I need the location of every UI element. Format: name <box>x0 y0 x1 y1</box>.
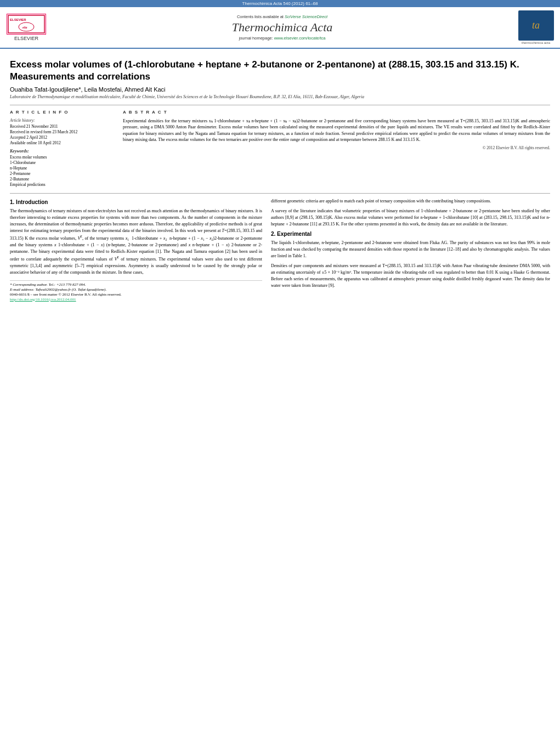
article-info-label: A R T I C L E I N F O <box>10 110 114 115</box>
history-received: Received 21 November 2011 <box>10 124 114 129</box>
footnote-1: E-mail address: Tafwali2002@yahoo.fr (O.… <box>10 287 262 292</box>
footnote-0: * Corresponding author. Tel.: +213 779 8… <box>10 282 262 287</box>
journal-title-block: Contents lists available at SciVerse Sci… <box>53 14 512 41</box>
footnote-3[interactable]: http://dx.doi.org/10.1016/j.tca.2012.04.… <box>10 297 262 302</box>
homepage-prefix: journal homepage: <box>239 36 274 41</box>
elsevier-logo-image: ELSEVIER ela <box>7 14 46 35</box>
author-names: Ouahiba Tafat-Igoudjilene*, Leila Mostef… <box>10 86 166 93</box>
keyword-0: Excess molar volumes <box>10 155 114 160</box>
journal-header: ELSEVIER ela ELSEVIER Contents lists ava… <box>0 7 560 49</box>
history-online: Available online 10 April 2012 <box>10 140 114 145</box>
abstract-col: A B S T R A C T Experimental densities f… <box>123 110 550 188</box>
ta-logo-block: ta thermochimica acta <box>516 10 556 44</box>
journal-name: Thermochimica Acta <box>53 20 512 35</box>
section2-para2: Densities of pure components and mixture… <box>271 263 550 289</box>
body-section: 1. Introduction The thermodynamics of te… <box>10 193 550 303</box>
section1-right-para2: A survey of the literature indicates tha… <box>271 208 550 228</box>
journal-citation: Thermochimica Acta 540 (2012) 61–68 <box>242 1 318 6</box>
affiliation: Laboratoire de Thermodynamique et modéli… <box>10 94 550 100</box>
svg-text:ela: ela <box>22 25 27 30</box>
section2-heading: 2. Experimental <box>271 231 550 237</box>
abstract-label: A B S T R A C T <box>123 110 550 115</box>
sciverse-link[interactable]: SciVerse ScienceDirect <box>285 14 327 19</box>
article-title: Excess molar volumes of (1-chlorobutane … <box>10 59 550 83</box>
keywords-label: Keywords: <box>10 149 114 154</box>
keyword-1: 1-Chlorobutane <box>10 160 114 165</box>
history-accepted: Accepted 2 April 2012 <box>10 135 114 140</box>
body-right-col: different geometric criteria are applied… <box>271 198 550 303</box>
copyright: © 2012 Elsevier B.V. All rights reserved… <box>123 145 550 150</box>
footnote-2: 0040-6031/$ – see front matter © 2012 El… <box>10 292 262 297</box>
journal-citation-bar: Thermochimica Acta 540 (2012) 61–68 <box>0 0 560 7</box>
homepage-link[interactable]: www.elsevier.com/locate/tca <box>274 36 326 41</box>
authors: Ouahiba Tafat-Igoudjilene*, Leila Mostef… <box>10 86 550 93</box>
section1-para1: The thermodynamics of ternary mixtures o… <box>10 208 262 276</box>
article-info-col: A R T I C L E I N F O Article history: R… <box>10 110 114 188</box>
sciverse-prefix: Contents lists available at <box>237 14 285 19</box>
abstract-text: Experimental densities for the ternary m… <box>123 118 550 143</box>
body-left-col: 1. Introduction The thermodynamics of te… <box>10 198 262 303</box>
main-content: Excess molar volumes of (1-chlorobutane … <box>0 49 560 307</box>
keyword-2: n-Heptane <box>10 166 114 171</box>
elsevier-label: ELSEVIER <box>14 36 38 41</box>
article-info-abstract-section: A R T I C L E I N F O Article history: R… <box>10 105 550 188</box>
ta-logo-text: ta <box>532 20 540 31</box>
keyword-4: 2-Butanone <box>10 177 114 182</box>
keyword-3: 2-Pentanone <box>10 171 114 176</box>
ta-logo-subtitle: thermochimica acta <box>522 41 550 44</box>
ta-logo: ta <box>518 10 554 41</box>
history-revised: Received in revised form 23 March 2012 <box>10 129 114 134</box>
keyword-5: Empirical predictions <box>10 182 114 187</box>
sciverse-line: Contents lists available at SciVerse Sci… <box>53 14 512 19</box>
svg-text:ELSEVIER: ELSEVIER <box>10 18 26 21</box>
elsevier-logo-block: ELSEVIER ela ELSEVIER <box>4 14 48 41</box>
journal-homepage: journal homepage: www.elsevier.com/locat… <box>53 36 512 41</box>
section1-right-para1: different geometric criteria are applied… <box>271 198 550 205</box>
history-label: Article history: <box>10 118 114 123</box>
footnote-block: * Corresponding author. Tel.: +213 779 8… <box>10 280 262 302</box>
section2-para1: The liquids 1-chlorobutane, n-heptane, 2… <box>271 240 550 259</box>
section1-heading: 1. Introduction <box>10 199 262 205</box>
